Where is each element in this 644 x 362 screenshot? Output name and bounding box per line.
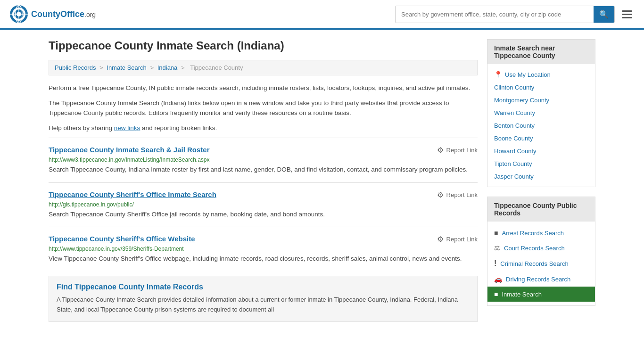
public-driving-records[interactable]: 🚗 Driving Records Search	[487, 272, 595, 287]
sidebar-item-benton[interactable]: Benton County	[487, 119, 595, 132]
intro-text-2: The Tippecanoe County Inmate Search (Ind…	[49, 98, 478, 118]
find-records-title: Find Tippecanoe County Inmate Records	[57, 283, 470, 291]
use-my-location[interactable]: 📍 Use My Location	[487, 68, 595, 81]
sidebar-item-tipton[interactable]: Tipton County	[487, 157, 595, 170]
howard-county-link[interactable]: Howard County	[494, 148, 537, 155]
result-item-2: Tippecanoe County Sheriff's Office Inmat…	[49, 182, 478, 227]
sidebar-item-howard[interactable]: Howard County	[487, 145, 595, 157]
result-1-url[interactable]: http://www3.tippecanoe.in.gov/InmateList…	[49, 156, 478, 163]
report-icon-2: ⚙	[437, 190, 444, 199]
menu-line-3	[622, 17, 632, 18]
nearby-box: Inmate Search near Tippecanoe County 📍 U…	[487, 39, 595, 187]
search-bar: 🔍	[395, 6, 615, 23]
breadcrumb-indiana[interactable]: Indiana	[157, 64, 178, 71]
header-right: 🔍	[395, 6, 635, 23]
find-records-section: Find Tippecanoe County Inmate Records A …	[49, 276, 478, 322]
public-records-content: ■ Arrest Records Search ⚖ Court Records …	[487, 222, 595, 305]
boone-county-link[interactable]: Boone County	[494, 135, 533, 142]
public-records-title: Tippecanoe County Public Records	[487, 197, 595, 222]
tipton-county-link[interactable]: Tipton County	[494, 160, 532, 167]
result-2-url[interactable]: http://gis.tippecanoe.in.gov/public/	[49, 201, 478, 208]
result-2-report-label: Report Link	[446, 191, 478, 198]
result-3-desc: View Tippecanoe County Sheriff's Office …	[49, 254, 478, 263]
sidebar-item-jasper[interactable]: Jasper County	[487, 170, 595, 183]
result-2-title[interactable]: Tippecanoe County Sheriff's Office Inmat…	[49, 190, 216, 198]
inmate-search-link[interactable]: Inmate Search	[502, 291, 542, 298]
jasper-county-link[interactable]: Jasper County	[494, 173, 534, 180]
page-title: Tippecanoe County Inmate Search (Indiana…	[49, 39, 478, 52]
search-icon: 🔍	[599, 10, 609, 18]
sidebar-item-clinton[interactable]: Clinton County	[487, 81, 595, 94]
criminal-icon: !	[494, 259, 496, 268]
benton-county-link[interactable]: Benton County	[494, 122, 535, 129]
result-1-desc: Search Tippecanoe County, Indiana inmate…	[49, 165, 478, 174]
find-records-text: A Tippecanoe County Inmate Search provid…	[57, 295, 470, 315]
site-header: CountyOffice.org 🔍	[0, 0, 644, 30]
nearby-content: 📍 Use My Location Clinton County Montgom…	[487, 64, 595, 187]
driving-icon: 🚗	[494, 275, 502, 283]
result-3-report[interactable]: ⚙ Report Link	[437, 235, 478, 244]
main-container: Tippecanoe County Inmate Search (Indiana…	[39, 30, 605, 331]
public-inmate-search[interactable]: ■ Inmate Search	[487, 287, 595, 302]
breadcrumb-public-records[interactable]: Public Records	[55, 64, 96, 71]
nearby-title: Inmate Search near Tippecanoe County	[487, 40, 595, 64]
hamburger-menu-button[interactable]	[619, 8, 635, 21]
use-location-label: Use My Location	[505, 71, 551, 78]
intro3-prefix: Help others by sharing	[49, 124, 114, 132]
sidebar-item-montgomery[interactable]: Montgomery County	[487, 94, 595, 107]
menu-line-2	[622, 14, 632, 15]
breadcrumb-inmate-search[interactable]: Inmate Search	[107, 64, 147, 71]
breadcrumb: Public Records > Inmate Search > Indiana…	[49, 60, 478, 75]
logo[interactable]: CountyOffice.org	[9, 5, 96, 24]
court-icon: ⚖	[494, 244, 500, 252]
clinton-county-link[interactable]: Clinton County	[494, 84, 534, 91]
inmate-icon: ■	[494, 290, 498, 298]
result-2-desc: Search Tippecanoe County Sheriff's Offic…	[49, 210, 478, 219]
public-criminal-records[interactable]: ! Criminal Records Search	[487, 255, 595, 272]
result-1-report[interactable]: ⚙ Report Link	[437, 146, 478, 155]
result-2-header: Tippecanoe County Sheriff's Office Inmat…	[49, 190, 478, 199]
new-links-link[interactable]: new links	[114, 124, 140, 132]
result-3-report-label: Report Link	[446, 236, 478, 243]
location-icon: 📍	[494, 71, 502, 78]
intro-text-1: Perform a free Tippecanoe County, IN pub…	[49, 83, 478, 93]
result-item-3: Tippecanoe County Sheriff's Office Websi…	[49, 227, 478, 271]
breadcrumb-sep-2: >	[150, 64, 155, 71]
logo-icon	[9, 5, 28, 24]
court-records-link[interactable]: Court Records Search	[504, 245, 565, 252]
result-1-report-label: Report Link	[446, 147, 478, 154]
report-icon-3: ⚙	[437, 235, 444, 244]
breadcrumb-current: Tippecanoe County	[190, 64, 243, 71]
result-item-1: Tippecanoe County Inmate Search & Jail R…	[49, 138, 478, 182]
warren-county-link[interactable]: Warren County	[494, 109, 535, 116]
content-area: Tippecanoe County Inmate Search (Indiana…	[49, 39, 478, 322]
driving-records-link[interactable]: Driving Records Search	[506, 276, 570, 283]
intro3-suffix: and reporting broken links.	[140, 124, 217, 132]
intro-text-3: Help others by sharing new links and rep…	[49, 123, 478, 133]
sidebar-item-warren[interactable]: Warren County	[487, 107, 595, 119]
public-court-records[interactable]: ⚖ Court Records Search	[487, 240, 595, 255]
arrest-icon: ■	[494, 229, 498, 237]
public-arrest-records[interactable]: ■ Arrest Records Search	[487, 225, 595, 240]
criminal-records-link[interactable]: Criminal Records Search	[500, 260, 569, 267]
result-3-url[interactable]: http://www.tippecanoe.in.gov/359/Sheriff…	[49, 246, 478, 252]
result-2-report[interactable]: ⚙ Report Link	[437, 190, 478, 199]
public-records-box: Tippecanoe County Public Records ■ Arres…	[487, 197, 595, 306]
montgomery-county-link[interactable]: Montgomery County	[494, 97, 549, 104]
arrest-records-link[interactable]: Arrest Records Search	[502, 230, 564, 237]
result-3-title[interactable]: Tippecanoe County Sheriff's Office Websi…	[49, 235, 195, 243]
search-input[interactable]	[396, 7, 594, 22]
sidebar: Inmate Search near Tippecanoe County 📍 U…	[487, 39, 595, 322]
breadcrumb-sep-1: >	[99, 64, 105, 71]
breadcrumb-sep-3: >	[181, 64, 186, 71]
report-icon-1: ⚙	[437, 146, 444, 155]
menu-line-1	[622, 10, 632, 12]
result-1-header: Tippecanoe County Inmate Search & Jail R…	[49, 146, 478, 155]
logo-text: CountyOffice.org	[31, 9, 96, 19]
result-1-title[interactable]: Tippecanoe County Inmate Search & Jail R…	[49, 146, 209, 154]
result-3-header: Tippecanoe County Sheriff's Office Websi…	[49, 235, 478, 244]
sidebar-item-boone[interactable]: Boone County	[487, 132, 595, 145]
search-button[interactable]: 🔍	[594, 6, 614, 23]
